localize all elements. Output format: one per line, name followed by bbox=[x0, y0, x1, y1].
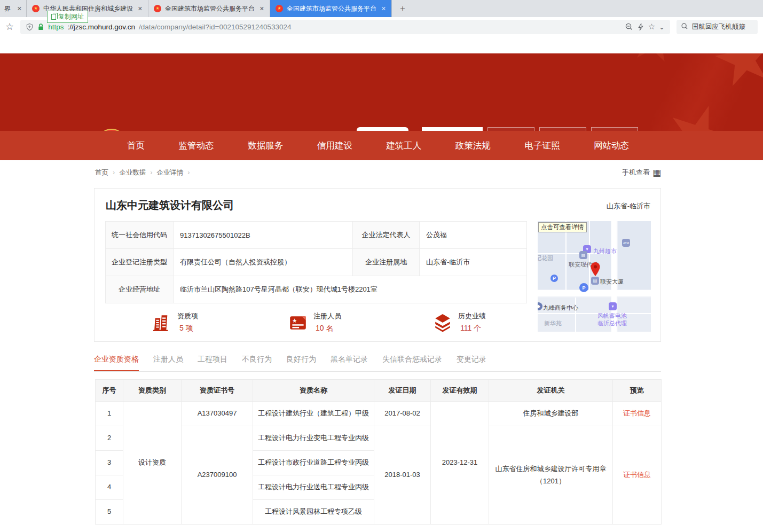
row-number: 2 bbox=[96, 426, 123, 451]
bookmark-star-icon[interactable]: ☆ bbox=[5, 21, 14, 33]
close-icon[interactable]: ✕ bbox=[381, 5, 386, 12]
nav-item-data-service[interactable]: 数据服务 bbox=[248, 140, 283, 152]
close-icon[interactable]: ✕ bbox=[138, 5, 143, 12]
site-search-widget: 建设工程企业 从业人员 建设项目 诚信记录 搜索 bbox=[422, 127, 661, 131]
atm-poi-icon: ATM bbox=[622, 239, 630, 247]
tab-label: 界 bbox=[4, 4, 11, 13]
certificate-info-link[interactable]: 证书信息 bbox=[623, 471, 651, 479]
nav-item-workers[interactable]: 建筑工人 bbox=[386, 140, 421, 152]
breadcrumb-home[interactable]: 首页 bbox=[95, 168, 108, 177]
layers-icon bbox=[433, 313, 452, 332]
url-host: ://jzsc.mohurd.gov.cn bbox=[67, 23, 135, 31]
qr-code-icon: ▦ bbox=[652, 168, 661, 177]
chevron-down-icon[interactable]: ⌄ bbox=[659, 23, 665, 31]
qualification-name: 工程设计建筑行业（建筑工程）甲级 bbox=[253, 402, 374, 426]
map-label-garden: 记花园 bbox=[538, 254, 553, 262]
building-icon bbox=[152, 313, 171, 332]
breadcrumb-company-detail[interactable]: 企业详情 bbox=[156, 168, 183, 177]
table-row: 统一社会信用代码 91371302675501022B 企业法定代表人 公茂福 bbox=[106, 222, 527, 249]
col-header: 资质证书号 bbox=[182, 380, 253, 402]
browser-window: 界 ✕ ★ 中华人民共和国住房和城乡建设 ✕ ★ 全国建筑市场监管公共服务平台 … bbox=[0, 0, 763, 532]
url-path: /data/company/detail?id=0021052912405330… bbox=[139, 23, 292, 31]
validity-date: 2023-12-31 bbox=[431, 402, 489, 525]
map-road bbox=[538, 290, 651, 296]
tab-qualifications[interactable]: 企业资质资格 bbox=[94, 355, 139, 371]
mobile-view-link[interactable]: 手机查看 ▦ bbox=[622, 168, 661, 177]
nav-item-home[interactable]: 首页 bbox=[127, 140, 145, 152]
tab-dishonesty-records[interactable]: 失信联合惩戒记录 bbox=[382, 355, 442, 371]
nav-item-site-news[interactable]: 网站动态 bbox=[594, 140, 629, 152]
location-map[interactable]: 点击可查看详情 ▾ 九州超市 ATM 记花园 ▤ 联安现代城 ▤ 联安大厦 P … bbox=[538, 221, 651, 332]
favorite-star-icon[interactable]: ☆ bbox=[648, 22, 655, 32]
issue-date: 2017-08-02 bbox=[374, 402, 431, 426]
qr-code-card: S bbox=[357, 127, 408, 131]
tab-bad-behavior[interactable]: 不良行为 bbox=[242, 355, 272, 371]
company-summary-card: 山东中元建筑设计有限公司 山东省-临沂市 统一社会信用代码 9137130267… bbox=[94, 188, 661, 342]
close-icon[interactable]: ✕ bbox=[259, 5, 264, 12]
tab-registered-personnel[interactable]: 注册人员 bbox=[153, 355, 183, 371]
qualification-table: 序号 资质类别 资质证书号 资质名称 发证日期 发证有效期 发证机关 预览 1 … bbox=[95, 379, 662, 525]
search-icon bbox=[681, 22, 688, 32]
close-icon[interactable]: ✕ bbox=[17, 5, 22, 12]
breadcrumb-separator: › bbox=[187, 169, 190, 176]
search-tab-enterprise[interactable]: 建设工程企业 bbox=[422, 127, 483, 131]
col-header: 资质名称 bbox=[253, 380, 374, 402]
location-pin-icon bbox=[590, 262, 601, 277]
search-tab-credit[interactable]: 诚信记录 bbox=[591, 127, 638, 131]
copy-icon bbox=[51, 14, 56, 20]
table-row: 企业登记注册类型 有限责任公司（自然人投资或控股） 企业注册属地 山东省-临沂市 bbox=[106, 249, 527, 276]
stat-registered-personnel[interactable]: ★ 注册人员 10 名 bbox=[288, 311, 341, 333]
flag-decoration bbox=[539, 53, 763, 131]
stat-history-performance[interactable]: 历史业绩 111 个 bbox=[433, 311, 486, 333]
tab-blacklist[interactable]: 黑名单记录 bbox=[331, 355, 368, 371]
tab-good-behavior[interactable]: 良好行为 bbox=[286, 355, 316, 371]
nav-item-elicense[interactable]: 电子证照 bbox=[524, 140, 560, 152]
copy-url-tooltip-text: 复制网址 bbox=[58, 12, 84, 21]
col-header: 发证有效期 bbox=[431, 380, 489, 402]
nav-item-policy[interactable]: 政策法规 bbox=[455, 140, 491, 152]
quick-search-box[interactable]: 国航回应飞机颠簸 bbox=[677, 20, 758, 34]
stat-qualifications[interactable]: 资质项 5 项 bbox=[152, 311, 198, 333]
breadcrumb-separator: › bbox=[150, 169, 152, 176]
flash-icon[interactable] bbox=[637, 23, 644, 31]
breadcrumb-company-data[interactable]: 企业数据 bbox=[119, 168, 146, 177]
col-header: 发证机关 bbox=[489, 380, 613, 402]
col-header: 资质类别 bbox=[123, 380, 182, 402]
stat-label: 历史业绩 bbox=[458, 311, 486, 321]
address-field[interactable]: https://jzsc.mohurd.gov.cn/data/company/… bbox=[20, 20, 670, 34]
certificate-info-link[interactable]: 证书信息 bbox=[623, 409, 651, 417]
map-tooltip: 点击可查看详情 bbox=[538, 222, 587, 232]
qualification-name: 工程设计市政行业道路工程专业丙级 bbox=[253, 451, 374, 475]
search-tab-project[interactable]: 建设项目 bbox=[539, 127, 586, 131]
company-info-table: 统一社会信用代码 91371302675501022B 企业法定代表人 公茂福 … bbox=[105, 221, 527, 303]
nav-item-credit[interactable]: 信用建设 bbox=[317, 140, 352, 152]
browser-tab-jzsc-active[interactable]: ★ 全国建筑市场监管公共服务平台 ✕ bbox=[270, 0, 392, 17]
qualification-name: 工程设计电力行业送电工程专业丙级 bbox=[253, 475, 374, 500]
issuing-authority: 住房和城乡建设部 bbox=[489, 402, 613, 426]
browser-url-bar: ☆ https://jzsc.mohurd.gov.cn/data/compan… bbox=[0, 17, 763, 36]
search-tab-personnel[interactable]: 从业人员 bbox=[487, 127, 534, 131]
browser-tab-jzsc-1[interactable]: ★ 全国建筑市场监管公共服务平台 ✕ bbox=[148, 0, 270, 17]
map-label-tower: 联安大厦 bbox=[600, 278, 624, 286]
tab-change-records[interactable]: 变更记录 bbox=[457, 355, 486, 371]
map-label-supermarket: 九州超市 bbox=[593, 247, 617, 255]
row-number: 5 bbox=[96, 500, 123, 525]
field-label: 统一社会信用代码 bbox=[106, 222, 174, 249]
stat-value: 10 名 bbox=[313, 324, 341, 333]
detail-section-tabs: 企业资质资格 注册人员 工程项目 不良行为 良好行为 黑名单记录 失信联合惩戒记… bbox=[94, 355, 661, 372]
col-header: 序号 bbox=[96, 380, 123, 402]
stat-label: 注册人员 bbox=[313, 311, 341, 321]
search-category-tabs: 建设工程企业 从业人员 建设项目 诚信记录 bbox=[422, 127, 661, 131]
tab-projects[interactable]: 工程项目 bbox=[198, 355, 227, 371]
zoom-out-icon[interactable] bbox=[625, 22, 633, 31]
tab-label: 全国建筑市场监管公共服务平台 bbox=[287, 4, 377, 13]
copy-url-tooltip: 复制网址 bbox=[47, 11, 88, 23]
main-navigation: 首页 监管动态 数据服务 信用建设 建筑工人 政策法规 电子证照 网站动态 bbox=[0, 131, 763, 160]
new-tab-button[interactable]: ＋ bbox=[392, 0, 413, 17]
nav-item-supervision[interactable]: 监管动态 bbox=[179, 140, 214, 152]
breadcrumb: 首页 › 企业数据 › 企业详情 › bbox=[95, 168, 190, 177]
stat-label: 资质项 bbox=[177, 311, 198, 321]
row-number: 1 bbox=[96, 402, 123, 426]
browser-tab-partial[interactable]: 界 ✕ bbox=[0, 0, 27, 17]
map-label-business-center: 九峰商务中心 bbox=[543, 304, 578, 312]
